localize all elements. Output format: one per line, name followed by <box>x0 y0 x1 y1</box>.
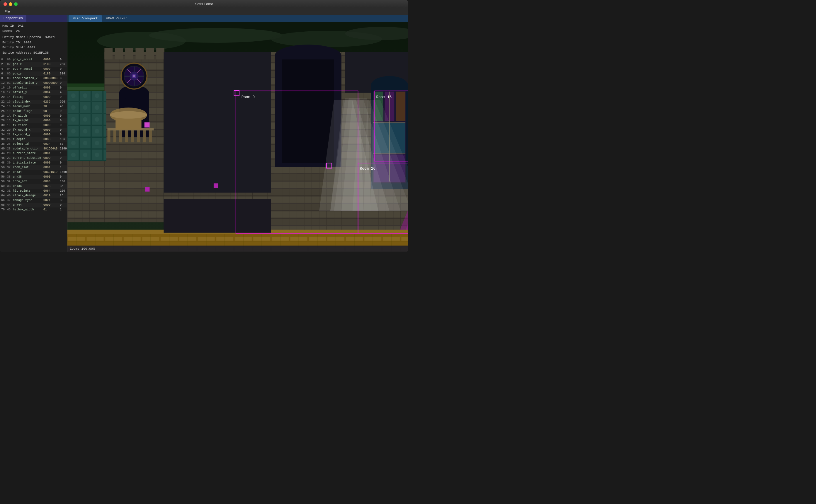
prop-hex: 06 <box>6 71 12 76</box>
table-row[interactable]: 40 28 update_function 801D64A0 214940995… <box>0 147 67 151</box>
svg-rect-107 <box>145 122 150 127</box>
prop-val-dec: 0 <box>59 114 67 118</box>
prop-hex: 1A <box>6 114 12 118</box>
table-row[interactable]: 26 1A fx_width 0000 0 <box>0 114 67 118</box>
prop-dec: 58 <box>0 179 6 184</box>
svg-point-41 <box>133 75 135 77</box>
file-menu[interactable]: File <box>2 9 12 14</box>
entity-info: Map ID: DAI Rooms: 26 Entity Name: Spect… <box>0 22 67 57</box>
prop-name: hitbox_width <box>12 207 42 212</box>
maximize-button[interactable] <box>14 2 18 6</box>
table-row[interactable]: 0 00 pos_x_accel 0000 0 <box>0 57 67 62</box>
prop-val-dec: 0 <box>59 128 67 132</box>
table-row[interactable]: 34 22 fx_coord_y 0000 0 <box>0 132 67 137</box>
entity-slot: Entity Slot: 0001 <box>2 45 65 50</box>
table-row[interactable]: 64 40 attack_damage 0019 25 <box>0 193 67 198</box>
prop-val-dec: 0 <box>59 203 67 207</box>
table-row[interactable]: 12 0C acceleration_y 00000000 0 <box>0 81 67 86</box>
prop-val-dec: 0 <box>59 86 67 90</box>
prop-val-dec: 0 <box>59 156 67 161</box>
table-row[interactable]: 8 08 acceleration_x 00000000 0 <box>0 76 67 81</box>
prop-val-hex: 0004 <box>42 90 59 95</box>
prop-name: clut_index <box>12 100 42 104</box>
prop-name: unk44 <box>12 203 42 207</box>
table-row[interactable]: 58 3A info_idx 0088 136 <box>0 179 67 184</box>
table-row[interactable]: 24 18 blend_mode 30 48 <box>0 104 67 109</box>
table-row[interactable]: 36 24 z_depth 0088 136 <box>0 137 67 142</box>
close-button[interactable] <box>4 2 7 6</box>
table-row[interactable]: 32 20 fx_coord_x 0000 0 <box>0 128 67 132</box>
prop-hex: 1E <box>6 123 12 128</box>
table-row[interactable]: 68 44 unk44 0000 0 <box>0 203 67 207</box>
window-title: SotN Editor <box>195 2 213 6</box>
prop-val-hex: 003F <box>42 142 59 147</box>
table-row[interactable]: 44 2C current_state 0001 1 <box>0 151 67 156</box>
window-controls[interactable] <box>4 2 18 6</box>
svg-rect-26 <box>125 48 133 59</box>
prop-dec: 66 <box>0 198 6 203</box>
prop-name: unk34 <box>12 170 42 175</box>
prop-hex: 12 <box>6 90 12 95</box>
table-row[interactable]: 4 04 pos_y_accel 0000 0 <box>0 67 67 71</box>
table-row[interactable]: 50 32 room_slot 0001 1 <box>0 165 67 170</box>
prop-name: color_flags <box>12 109 42 114</box>
prop-val-hex: 00C01610 <box>42 170 59 175</box>
svg-rect-24 <box>104 48 113 59</box>
table-row[interactable]: 20 14 facing 0000 0 <box>0 95 67 100</box>
prop-val-dec: 1 <box>59 165 67 170</box>
prop-name: current_substate <box>12 156 42 161</box>
table-row[interactable]: 30 1E fx_timer 0000 0 <box>0 123 67 128</box>
svg-text:Room 26: Room 26 <box>360 166 375 171</box>
prop-val-dec: 146806288 <box>59 170 67 175</box>
prop-name: update_function <box>12 147 42 151</box>
prop-val-hex: 0000 <box>42 67 59 71</box>
prop-val-dec: 25 <box>59 193 67 198</box>
table-row[interactable]: 48 30 initial_state 0000 0 <box>0 161 67 165</box>
prop-hex: 1C <box>6 118 12 123</box>
table-row[interactable]: 25 19 color_flags 00 0 <box>0 109 67 114</box>
properties-tab[interactable]: Properties <box>0 15 26 22</box>
prop-dec: 28 <box>0 118 6 123</box>
prop-dec: 68 <box>0 203 6 207</box>
table-row[interactable]: 16 10 offset_x 0000 0 <box>0 86 67 90</box>
prop-name: offset_y <box>12 90 42 95</box>
prop-dec: 6 <box>0 71 6 76</box>
minimize-button[interactable] <box>9 2 12 6</box>
viewport-tab-bar: Main Viewport VRAM Viewer <box>67 15 408 22</box>
table-row[interactable]: 62 3E hit_points 0064 100 <box>0 189 67 193</box>
table-row[interactable]: 56 38 unk38 0000 0 <box>0 175 67 179</box>
prop-val-hex: 0088 <box>42 137 59 142</box>
zoom-bar: Zoom: 100.00% <box>67 246 408 252</box>
prop-hex: 10 <box>6 86 12 90</box>
table-row[interactable]: 22 16 clut_index 0236 566 <box>0 100 67 104</box>
prop-val-dec: 0 <box>59 118 67 123</box>
table-row[interactable]: 52 34 unk34 00C01610 146806288 <box>0 170 67 175</box>
main-viewport-tab[interactable]: Main Viewport <box>69 15 102 22</box>
prop-name: hit_points <box>12 189 42 193</box>
prop-name: attack_damage <box>12 193 42 198</box>
table-row[interactable]: 38 26 object_id 003F 63 <box>0 142 67 147</box>
table-row[interactable]: 28 1C fx_height 0000 0 <box>0 118 67 123</box>
prop-hex: 22 <box>6 132 12 137</box>
table-row[interactable]: 70 46 hitbox_width 01 1 <box>0 207 67 212</box>
table-row[interactable]: 66 42 damage_type 0021 33 <box>0 198 67 203</box>
table-row[interactable]: 6 06 pos_y 0180 384 <box>0 71 67 76</box>
prop-name: fx_coord_y <box>12 132 42 137</box>
entity-id: Entity ID: 0000 <box>2 40 65 45</box>
prop-val-hex: 0100 <box>42 62 59 67</box>
table-row[interactable]: 18 12 offset_y 0004 4 <box>0 90 67 95</box>
prop-val-hex: 0000 <box>42 95 59 100</box>
prop-val-dec: 0 <box>59 175 67 179</box>
prop-val-dec: 136 <box>59 179 67 184</box>
table-row[interactable]: 2 02 pos_x 0100 256 <box>0 62 67 67</box>
prop-name: fx_coord_x <box>12 128 42 132</box>
prop-val-hex: 00000000 <box>42 76 59 81</box>
prop-dec: 4 <box>0 67 6 71</box>
table-row[interactable]: 60 3C unk3C 0023 35 <box>0 184 67 189</box>
vram-viewer-tab[interactable]: VRAM Viewer <box>102 15 132 22</box>
left-panel: Properties Map ID: DAI Rooms: 26 Entity … <box>0 15 67 252</box>
prop-hex: 04 <box>6 67 12 71</box>
viewport: Room 9 Room 16 Room 26 Zoom: <box>67 22 408 252</box>
table-row[interactable]: 46 2E current_substate 0000 0 <box>0 156 67 161</box>
prop-hex: 34 <box>6 170 12 175</box>
